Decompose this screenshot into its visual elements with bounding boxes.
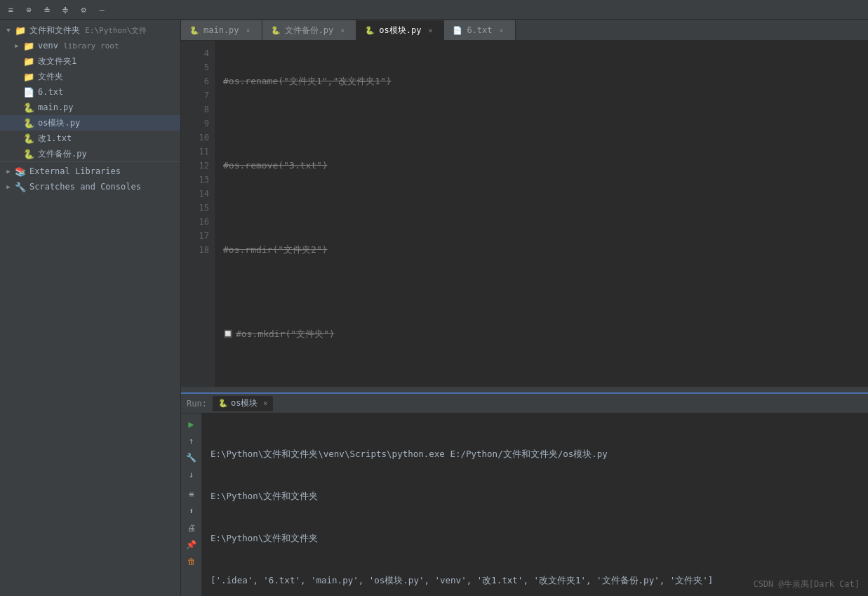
tab-osmodule-close[interactable]: ×	[425, 25, 435, 35]
code-editor: 4 5 6 7 8 9 10 11 12 13 14 15 16 17 18	[181, 41, 868, 596]
venv-arrow: ▶	[11, 40, 22, 51]
scroll-up-button[interactable]: ↑	[184, 433, 199, 449]
osmodule-icon: 🐍	[22, 117, 35, 129]
align-icon[interactable]: ≐	[41, 4, 53, 16]
format-button[interactable]: ≡	[184, 486, 199, 502]
tab-mainpy-icon: 🐍	[189, 26, 199, 35]
run-tab-close[interactable]: ×	[263, 399, 267, 407]
code-line-7	[223, 201, 860, 215]
mainpy-label: main.py	[38, 102, 74, 112]
tab-6txt-close[interactable]: ×	[497, 25, 507, 35]
sidebar-item-mainpy[interactable]: 🐍 main.py	[0, 100, 180, 115]
sidebar-item-scratches[interactable]: ▶ 🔧 Scratches and Consoles	[0, 179, 180, 194]
tab-6txt-icon: 📄	[453, 26, 462, 35]
root-arrow: ▼	[3, 25, 14, 36]
backuppy-arrow	[11, 148, 22, 159]
folder1-arrow	[11, 55, 22, 67]
panel-body: ▶ ↑ 🔧 ↓ ≡ ⬆ 🖨 📌 🗑 E:\Python\文件和文件夹\venv\…	[181, 413, 868, 596]
tab-6txt-label: 6.txt	[467, 25, 492, 35]
mainpy-icon: 🐍	[22, 101, 35, 114]
trash-button[interactable]: 🗑	[184, 554, 199, 569]
top-toolbar: ≡ ⊕ ≐ ≑ ⚙ —	[0, 0, 868, 20]
tab-6txt[interactable]: 📄 6.txt ×	[444, 20, 515, 40]
tab-mainpy-label: main.py	[203, 25, 239, 35]
scratches-arrow: ▶	[3, 181, 14, 192]
run-tabs: Run: 🐍 os模块 ×	[181, 394, 868, 413]
tab-osmodule[interactable]: 🐍 os模块.py ×	[356, 20, 444, 40]
run-tab-osmodule[interactable]: 🐍 os模块 ×	[213, 396, 273, 411]
code-line-6: #os.remove("3.txt")	[223, 159, 860, 173]
root-label: 文件和文件夹 E:\Python\文件	[29, 25, 147, 37]
gai1txt-icon: 🐍	[22, 132, 35, 145]
folder2-label: 文件夹	[38, 71, 63, 83]
panel-left-buttons: ▶ ↑ 🔧 ↓ ≡ ⬆ 🖨 📌 🗑	[181, 413, 202, 596]
code-line-10: 🔲#os.mkdir("文件夹")	[223, 327, 860, 341]
txt-arrow	[11, 86, 22, 98]
folder2-icon: 📁	[22, 70, 35, 83]
ext-lib-label: External Libraries	[29, 166, 121, 176]
gai1txt-label: 改1.txt	[38, 133, 72, 145]
console-line-1: E:\Python\文件和文件夹	[211, 489, 860, 503]
sidebar-item-osmodule[interactable]: 🐍 os模块.py	[0, 115, 180, 131]
run-tab-label: os模块	[231, 397, 258, 409]
folder2-arrow	[11, 71, 22, 82]
run-tab-py-icon: 🐍	[218, 399, 228, 408]
tab-mainpy-close[interactable]: ×	[243, 25, 253, 35]
minimize-icon[interactable]: —	[95, 4, 108, 16]
venv-label: venv library root	[38, 41, 119, 51]
sidebar-item-venv[interactable]: ▶ 📁 venv library root	[0, 38, 180, 53]
6txt-label: 6.txt	[38, 87, 63, 97]
sidebar-item-6txt[interactable]: 📄 6.txt	[0, 84, 180, 100]
upload-button[interactable]: ⬆	[184, 503, 199, 519]
tab-backuppy-label: 文件备份.py	[285, 25, 334, 37]
txt-file-icon: 📄	[22, 86, 35, 98]
sidebar-item-backuppy[interactable]: 🐍 文件备份.py	[0, 146, 180, 161]
settings-icon[interactable]: ⚙	[77, 4, 90, 16]
console-line-0: E:\Python\文件和文件夹\venv\Scripts\python.exe…	[211, 447, 860, 461]
sidebar-item-folder2[interactable]: 📁 文件夹	[0, 69, 180, 84]
code-line-11	[223, 369, 860, 383]
run-play-button[interactable]: ▶	[184, 416, 199, 432]
sidebar-tree: ▼ 📁 文件和文件夹 E:\Python\文件 ▶ 📁 venv library…	[0, 20, 180, 596]
code-content[interactable]: #os.rename("文件夹1","改文件夹1") #os.remove("3…	[215, 41, 868, 387]
sidebar-root[interactable]: ▼ 📁 文件和文件夹 E:\Python\文件	[0, 22, 180, 38]
venv-folder-icon: 📁	[22, 39, 35, 52]
ext-arrow: ▶	[3, 166, 14, 177]
sidebar-bottom: ▶ 📚 External Libraries ▶ 🔧 Scratches and…	[0, 161, 180, 196]
ext-lib-icon: 📚	[14, 165, 27, 178]
tab-mainpy[interactable]: 🐍 main.py ×	[181, 20, 262, 40]
backuppy-label: 文件备份.py	[38, 148, 87, 160]
console-output[interactable]: E:\Python\文件和文件夹\venv\Scripts\python.exe…	[202, 413, 868, 596]
scratches-icon: 🔧	[14, 180, 27, 193]
tab-backuppy-close[interactable]: ×	[338, 25, 347, 35]
sidebar-item-external-libraries[interactable]: ▶ 📚 External Libraries	[0, 164, 180, 179]
tab-backuppy[interactable]: 🐍 文件备份.py ×	[262, 20, 357, 40]
main-layout: ▼ 📁 文件和文件夹 E:\Python\文件 ▶ 📁 venv library…	[0, 20, 868, 596]
wrench-button[interactable]: 🔧	[184, 450, 199, 465]
sidebar-item-folder1[interactable]: 📁 改文件夹1	[0, 53, 180, 69]
osmodule-arrow	[11, 117, 22, 128]
scroll-down-button[interactable]: ↓	[184, 467, 199, 482]
code-line-4: #os.rename("文件夹1","改文件夹1")	[223, 74, 860, 88]
line-numbers: 4 5 6 7 8 9 10 11 12 13 14 15 16 17 18	[181, 41, 215, 387]
code-line-5	[223, 117, 860, 131]
editor-scrollbar-h[interactable]	[181, 387, 868, 392]
menu-icon[interactable]: ≡	[4, 4, 17, 16]
folder1-label: 改文件夹1	[38, 55, 76, 67]
mainpy-arrow	[11, 102, 22, 113]
new-icon[interactable]: ⊕	[22, 4, 35, 16]
backuppy-icon: 🐍	[22, 147, 35, 160]
code-line-8: #os.rmdir("文件夹2")	[223, 243, 860, 257]
scratches-label: Scratches and Consoles	[29, 182, 141, 192]
console-line-2: E:\Python\文件和文件夹	[211, 531, 860, 545]
sidebar-item-gai1txt[interactable]: 🐍 改1.txt	[0, 131, 180, 146]
root-folder-icon: 📁	[14, 24, 27, 37]
osmodule-label: os模块.py	[38, 117, 80, 129]
pin-button[interactable]: 📌	[184, 537, 199, 552]
align2-icon[interactable]: ≑	[59, 4, 72, 16]
run-label: Run:	[187, 399, 207, 409]
print-button[interactable]: 🖨	[184, 520, 199, 536]
tab-backuppy-icon: 🐍	[271, 26, 281, 35]
folder1-icon: 📁	[22, 55, 35, 67]
tab-bar: 🐍 main.py × 🐍 文件备份.py × 🐍 os模块.py × 📄 6.…	[181, 20, 868, 41]
